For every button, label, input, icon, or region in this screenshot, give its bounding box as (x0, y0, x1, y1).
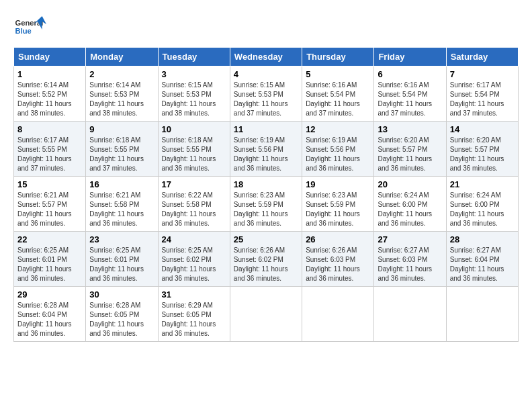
day-cell: 30 Sunrise: 6:28 AM Sunset: 6:05 PM Dayl… (86, 287, 158, 342)
weekday-header-thursday: Thursday (302, 48, 374, 66)
day-number: 4 (234, 69, 298, 79)
day-info: Sunrise: 6:14 AM Sunset: 5:52 PM Dayligh… (17, 81, 82, 118)
day-cell: 12 Sunrise: 6:19 AM Sunset: 5:56 PM Dayl… (302, 122, 374, 177)
day-info: Sunrise: 6:27 AM Sunset: 6:04 PM Dayligh… (450, 246, 515, 283)
day-number: 17 (162, 179, 226, 189)
day-number: 31 (162, 289, 226, 300)
day-cell: 5 Sunrise: 6:16 AM Sunset: 5:54 PM Dayli… (302, 66, 374, 122)
day-info: Sunrise: 6:18 AM Sunset: 5:55 PM Dayligh… (89, 136, 154, 173)
day-cell: 8 Sunrise: 6:17 AM Sunset: 5:55 PM Dayli… (14, 122, 86, 177)
day-cell: 6 Sunrise: 6:16 AM Sunset: 5:54 PM Dayli… (374, 66, 446, 122)
day-info: Sunrise: 6:28 AM Sunset: 6:05 PM Dayligh… (89, 301, 154, 338)
day-number: 6 (378, 69, 442, 79)
day-cell: 9 Sunrise: 6:18 AM Sunset: 5:55 PM Dayli… (86, 122, 158, 177)
week-row-2: 8 Sunrise: 6:17 AM Sunset: 5:55 PM Dayli… (14, 122, 519, 177)
day-info: Sunrise: 6:16 AM Sunset: 5:54 PM Dayligh… (378, 81, 442, 118)
day-number: 12 (306, 124, 370, 134)
week-row-5: 29 Sunrise: 6:28 AM Sunset: 6:04 PM Dayl… (14, 287, 519, 342)
day-cell: 10 Sunrise: 6:18 AM Sunset: 5:55 PM Dayl… (158, 122, 230, 177)
day-number: 1 (17, 69, 82, 79)
day-number: 2 (89, 69, 154, 79)
day-number: 27 (378, 234, 442, 244)
day-number: 3 (162, 69, 226, 79)
logo: General Blue (13, 13, 47, 40)
day-number: 10 (162, 124, 226, 134)
weekday-header-wednesday: Wednesday (230, 48, 302, 66)
day-number: 24 (162, 234, 226, 244)
day-cell: 20 Sunrise: 6:24 AM Sunset: 6:00 PM Dayl… (374, 177, 446, 232)
day-cell: 17 Sunrise: 6:22 AM Sunset: 5:58 PM Dayl… (158, 177, 230, 232)
day-info: Sunrise: 6:19 AM Sunset: 5:56 PM Dayligh… (306, 136, 370, 173)
day-info: Sunrise: 6:23 AM Sunset: 5:59 PM Dayligh… (234, 191, 298, 228)
week-row-4: 22 Sunrise: 6:25 AM Sunset: 6:01 PM Dayl… (14, 232, 519, 287)
day-info: Sunrise: 6:21 AM Sunset: 5:58 PM Dayligh… (89, 191, 154, 228)
day-info: Sunrise: 6:23 AM Sunset: 5:59 PM Dayligh… (306, 191, 370, 228)
day-info: Sunrise: 6:17 AM Sunset: 5:55 PM Dayligh… (17, 136, 82, 173)
day-cell (302, 287, 374, 342)
week-row-1: 1 Sunrise: 6:14 AM Sunset: 5:52 PM Dayli… (14, 66, 519, 122)
day-cell: 21 Sunrise: 6:24 AM Sunset: 6:00 PM Dayl… (446, 177, 518, 232)
day-cell: 31 Sunrise: 6:29 AM Sunset: 6:05 PM Dayl… (158, 287, 230, 342)
day-info: Sunrise: 6:25 AM Sunset: 6:02 PM Dayligh… (162, 246, 226, 283)
day-info: Sunrise: 6:25 AM Sunset: 6:01 PM Dayligh… (17, 246, 82, 283)
day-cell: 26 Sunrise: 6:26 AM Sunset: 6:03 PM Dayl… (302, 232, 374, 287)
day-number: 16 (89, 179, 154, 189)
day-number: 23 (89, 234, 154, 244)
day-number: 9 (89, 124, 154, 134)
day-info: Sunrise: 6:24 AM Sunset: 6:00 PM Dayligh… (378, 191, 442, 228)
day-cell (230, 287, 302, 342)
day-cell: 22 Sunrise: 6:25 AM Sunset: 6:01 PM Dayl… (14, 232, 86, 287)
day-info: Sunrise: 6:27 AM Sunset: 6:03 PM Dayligh… (378, 246, 442, 283)
day-info: Sunrise: 6:14 AM Sunset: 5:53 PM Dayligh… (89, 81, 154, 118)
day-cell: 29 Sunrise: 6:28 AM Sunset: 6:04 PM Dayl… (14, 287, 86, 342)
day-info: Sunrise: 6:21 AM Sunset: 5:57 PM Dayligh… (17, 191, 82, 228)
calendar-table: SundayMondayTuesdayWednesdayThursdayFrid… (13, 47, 519, 342)
day-cell (374, 287, 446, 342)
day-info: Sunrise: 6:28 AM Sunset: 6:04 PM Dayligh… (17, 301, 82, 338)
day-cell: 4 Sunrise: 6:15 AM Sunset: 5:53 PM Dayli… (230, 66, 302, 122)
weekday-header-sunday: Sunday (14, 48, 86, 66)
day-info: Sunrise: 6:19 AM Sunset: 5:56 PM Dayligh… (234, 136, 298, 173)
day-cell: 3 Sunrise: 6:15 AM Sunset: 5:53 PM Dayli… (158, 66, 230, 122)
day-number: 11 (234, 124, 298, 134)
day-number: 25 (234, 234, 298, 244)
day-number: 20 (378, 179, 442, 189)
day-number: 18 (234, 179, 298, 189)
day-info: Sunrise: 6:26 AM Sunset: 6:02 PM Dayligh… (234, 246, 298, 283)
day-cell: 25 Sunrise: 6:26 AM Sunset: 6:02 PM Dayl… (230, 232, 302, 287)
day-cell: 16 Sunrise: 6:21 AM Sunset: 5:58 PM Dayl… (86, 177, 158, 232)
weekday-header-monday: Monday (86, 48, 158, 66)
weekday-header-tuesday: Tuesday (158, 48, 230, 66)
day-number: 7 (450, 69, 515, 79)
day-info: Sunrise: 6:18 AM Sunset: 5:55 PM Dayligh… (162, 136, 226, 173)
day-info: Sunrise: 6:15 AM Sunset: 5:53 PM Dayligh… (162, 81, 226, 118)
logo-icon: General Blue (13, 13, 47, 40)
day-info: Sunrise: 6:20 AM Sunset: 5:57 PM Dayligh… (378, 136, 442, 173)
day-cell: 11 Sunrise: 6:19 AM Sunset: 5:56 PM Dayl… (230, 122, 302, 177)
day-number: 29 (17, 289, 82, 300)
day-cell: 24 Sunrise: 6:25 AM Sunset: 6:02 PM Dayl… (158, 232, 230, 287)
day-number: 13 (378, 124, 442, 134)
day-cell: 15 Sunrise: 6:21 AM Sunset: 5:57 PM Dayl… (14, 177, 86, 232)
day-cell: 2 Sunrise: 6:14 AM Sunset: 5:53 PM Dayli… (86, 66, 158, 122)
day-cell: 14 Sunrise: 6:20 AM Sunset: 5:57 PM Dayl… (446, 122, 518, 177)
day-info: Sunrise: 6:20 AM Sunset: 5:57 PM Dayligh… (450, 136, 515, 173)
day-number: 21 (450, 179, 515, 189)
day-number: 15 (17, 179, 82, 189)
day-info: Sunrise: 6:16 AM Sunset: 5:54 PM Dayligh… (306, 81, 370, 118)
day-cell: 1 Sunrise: 6:14 AM Sunset: 5:52 PM Dayli… (14, 66, 86, 122)
weekday-header-saturday: Saturday (446, 48, 518, 66)
day-info: Sunrise: 6:26 AM Sunset: 6:03 PM Dayligh… (306, 246, 370, 283)
day-info: Sunrise: 6:17 AM Sunset: 5:54 PM Dayligh… (450, 81, 515, 118)
day-cell: 19 Sunrise: 6:23 AM Sunset: 5:59 PM Dayl… (302, 177, 374, 232)
weekday-header-friday: Friday (374, 48, 446, 66)
day-number: 26 (306, 234, 370, 244)
day-cell: 28 Sunrise: 6:27 AM Sunset: 6:04 PM Dayl… (446, 232, 518, 287)
day-number: 14 (450, 124, 515, 134)
svg-text:Blue: Blue (15, 27, 32, 35)
day-cell: 27 Sunrise: 6:27 AM Sunset: 6:03 PM Dayl… (374, 232, 446, 287)
day-number: 19 (306, 179, 370, 189)
weekday-header-row: SundayMondayTuesdayWednesdayThursdayFrid… (14, 48, 519, 66)
day-number: 8 (17, 124, 82, 134)
day-cell: 7 Sunrise: 6:17 AM Sunset: 5:54 PM Dayli… (446, 66, 518, 122)
